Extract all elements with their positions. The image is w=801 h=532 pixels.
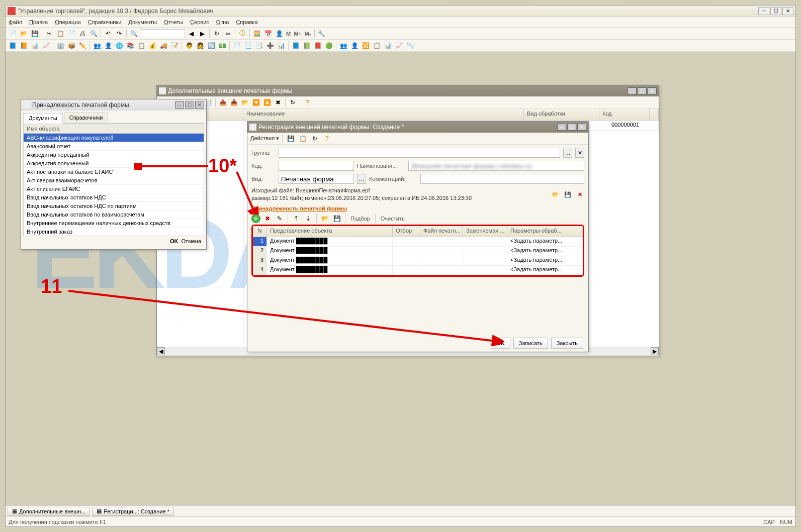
kind-input[interactable]: [279, 174, 354, 184]
scroll-right-icon[interactable]: ▶: [651, 347, 659, 355]
reg-save-icon[interactable]: 💾: [286, 134, 296, 144]
tb2-icon-9[interactable]: 👤: [103, 41, 113, 51]
bt-row-2[interactable]: 2 Документ ████████ <Задать параметр...: [253, 247, 583, 256]
cut-icon[interactable]: ✂: [44, 29, 54, 39]
file-save-icon[interactable]: 💾: [563, 190, 572, 199]
group-input[interactable]: [279, 148, 560, 158]
menu-reports[interactable]: Отчеты: [164, 19, 183, 25]
tab-refs[interactable]: Справочники: [64, 113, 109, 123]
menu-help[interactable]: Справка: [236, 19, 257, 25]
belong-delete-icon[interactable]: ✖: [262, 214, 273, 224]
refresh-icon[interactable]: ↻: [212, 29, 222, 39]
nav-prev-icon[interactable]: ◀: [186, 29, 196, 39]
calc-icon[interactable]: 🧮: [252, 29, 262, 39]
open-icon[interactable]: 📂: [19, 29, 29, 39]
reg-maximize-button[interactable]: ☐: [567, 124, 576, 131]
sel-ok-button[interactable]: OK: [170, 238, 179, 244]
ext-col-code[interactable]: Код: [599, 109, 650, 120]
belong-edit-icon[interactable]: ✎: [275, 214, 285, 224]
menu-edit[interactable]: Правка: [29, 19, 48, 25]
memory-mminus[interactable]: M-: [304, 31, 312, 37]
tb2-icon-18[interactable]: 🔄: [206, 41, 216, 51]
ext-filter-icon[interactable]: 🔽: [251, 97, 261, 108]
settings-icon[interactable]: 🔧: [317, 29, 327, 39]
tb2-icon-2[interactable]: 📙: [19, 41, 29, 51]
tb2-icon-11[interactable]: 📚: [125, 41, 135, 51]
copy-icon[interactable]: 📋: [55, 29, 65, 39]
tb2-icon-3[interactable]: 📊: [30, 41, 40, 51]
bt-col-params[interactable]: Параметры обраб...: [507, 226, 583, 237]
task-tab-1[interactable]: ▦Дополнительные внешн...: [8, 507, 90, 516]
sel-titlebar[interactable]: Принадлежность печатной формы ─ ☐ ✕: [21, 99, 206, 111]
tb2-icon-16[interactable]: 👨: [184, 41, 194, 51]
tb2-icon-31[interactable]: 🔀: [361, 41, 371, 51]
ext-movedown-icon[interactable]: 📥: [229, 97, 239, 108]
ext-clearfilter-icon[interactable]: ✖: [273, 97, 283, 108]
nav-next-icon[interactable]: ▶: [197, 29, 207, 39]
reg-close-button[interactable]: ✕: [577, 124, 586, 131]
menu-docs[interactable]: Документы: [128, 19, 157, 25]
ext-minimize-button[interactable]: ─: [628, 87, 637, 94]
tb2-icon-26[interactable]: 📗: [302, 41, 312, 51]
sel-maximize-button[interactable]: ☐: [185, 101, 194, 109]
tb2-icon-14[interactable]: 🚚: [158, 41, 168, 51]
belong-save-icon[interactable]: 💾: [332, 214, 342, 224]
memory-m[interactable]: M: [285, 31, 292, 37]
tb2-icon-34[interactable]: 📈: [394, 41, 404, 51]
tb2-icon-27[interactable]: 📕: [313, 41, 323, 51]
group-select-button[interactable]: …: [563, 148, 572, 158]
file-delete-icon[interactable]: ✕: [575, 190, 584, 199]
code-input[interactable]: [279, 161, 354, 171]
group-clear-button[interactable]: ✕: [575, 148, 584, 158]
menu-file[interactable]: Файл: [9, 19, 22, 25]
sel-item-8[interactable]: Ввод начальных остатков НДС по партиям: [24, 202, 204, 210]
maximize-button[interactable]: ☐: [770, 7, 781, 15]
sel-close-button[interactable]: ✕: [195, 101, 204, 109]
task-tab-2[interactable]: ▦Регистраци...: Создание *: [92, 507, 174, 516]
calendar-icon[interactable]: 📅: [263, 29, 273, 39]
sel-item-1[interactable]: Авансовый отчет: [24, 142, 204, 151]
sel-item-10[interactable]: Внутреннее перемещение наличных денежных…: [24, 219, 204, 228]
reg-close-button2[interactable]: Закрыть: [551, 338, 583, 349]
tb2-icon-30[interactable]: 👤: [349, 41, 360, 51]
tb2-icon-25[interactable]: 📘: [291, 41, 301, 51]
tb2-icon-10[interactable]: 🌐: [114, 41, 124, 51]
save-icon[interactable]: 💾: [30, 29, 40, 39]
podbor-link[interactable]: Подбор: [348, 216, 372, 222]
bt-col-file[interactable]: Файл печатн...: [420, 226, 463, 237]
sel-item-9[interactable]: Ввод начальных остатков по взаиморасчета…: [24, 210, 204, 219]
tb2-icon-1[interactable]: 📘: [8, 41, 18, 51]
clear-link[interactable]: Очистить: [379, 216, 407, 222]
ext-filter2-icon[interactable]: 🔼: [262, 97, 272, 108]
tb2-icon-24[interactable]: 📊: [276, 41, 286, 51]
file-open-icon[interactable]: 📂: [551, 190, 560, 199]
menu-refs[interactable]: Справочники: [88, 19, 122, 25]
bt-col-n[interactable]: N: [253, 226, 267, 237]
new-icon[interactable]: 📄: [8, 29, 18, 39]
sel-item-2[interactable]: Аккредитив переданный: [24, 151, 204, 159]
reg-minimize-button[interactable]: ─: [557, 124, 566, 131]
reg-titlebar[interactable]: Регистрация внешней печатной формы: Созд…: [247, 122, 588, 133]
tb2-icon-19[interactable]: 💵: [217, 41, 227, 51]
bt-col-repr[interactable]: Представление объекта: [267, 226, 393, 237]
tb2-icon-23[interactable]: ➕: [265, 41, 275, 51]
ext-tree-icon[interactable]: 📂: [240, 97, 250, 108]
reg-refresh-icon[interactable]: ↻: [310, 134, 320, 144]
tb2-icon-35[interactable]: 📉: [405, 41, 415, 51]
tb2-icon-29[interactable]: 👥: [338, 41, 348, 51]
print-icon[interactable]: 🖨: [77, 29, 87, 39]
undo-icon[interactable]: ↶: [103, 29, 113, 39]
sel-minimize-button[interactable]: ─: [175, 101, 184, 109]
close-button[interactable]: ✕: [782, 7, 793, 15]
ext-col-type[interactable]: Вид обработки: [524, 109, 599, 120]
bt-row-3[interactable]: 3 Документ ████████ <Задать параметр...: [253, 256, 583, 266]
info-icon[interactable]: ⓘ: [237, 29, 247, 39]
belong-add-button[interactable]: +: [251, 214, 260, 223]
bt-col-filter[interactable]: Отбор: [393, 226, 420, 237]
tb2-icon-32[interactable]: 📋: [372, 41, 382, 51]
tb2-icon-15[interactable]: 📝: [169, 41, 180, 51]
sel-item-7[interactable]: Ввод начальных остатков НДС: [24, 193, 204, 202]
sel-item-6[interactable]: Акт списания ЕГАИС: [24, 185, 204, 193]
user-icon[interactable]: 👤: [274, 29, 284, 39]
tb2-icon-4[interactable]: 📈: [41, 41, 51, 51]
